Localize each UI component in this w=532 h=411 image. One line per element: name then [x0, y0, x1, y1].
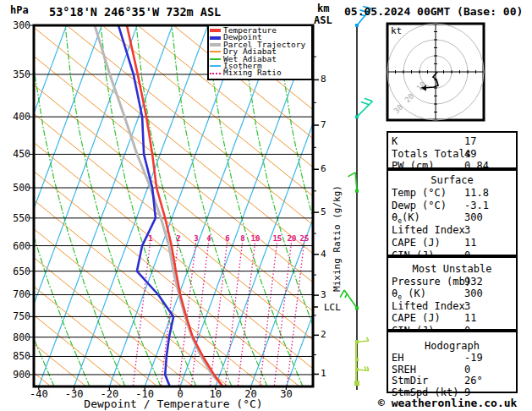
wind-barb	[340, 290, 359, 310]
temperature-tick-label: 30	[280, 388, 292, 400]
wet-adiabat-line	[65, 25, 161, 386]
mixing-ratio-value-label: 8	[240, 234, 244, 243]
table-row-value: -3.1	[464, 200, 489, 211]
wind-barb	[354, 381, 359, 386]
table-row-label: Dewp (°C)	[392, 200, 447, 211]
pressure-tick-label: 900	[5, 369, 30, 381]
table-row-label: Lifted Index	[392, 224, 465, 236]
legend-swatch-wet-adiabat	[210, 58, 221, 60]
km-tick-label: 6	[321, 163, 326, 174]
legend-swatch-mixing-ratio	[210, 73, 221, 74]
table-row-label: CAPE (J)	[392, 312, 441, 324]
table-box-surface: SurfaceTemp (°C)11.8Dewp (°C)-3.1θe(K)30…	[387, 169, 518, 256]
mixing-ratio-value-label: 6	[225, 234, 229, 243]
wind-barb	[355, 98, 372, 118]
km-tick-label: 8	[321, 74, 326, 85]
mixing-ratio-line	[225, 237, 243, 386]
table-row-value: 11	[464, 237, 476, 249]
pressure-tick-label: 350	[5, 68, 30, 80]
table-row-value: -19	[464, 352, 483, 364]
legend-swatch-dewpoint	[210, 36, 221, 40]
table-row-value: 0	[464, 364, 470, 375]
pressure-unit-label: hPa	[10, 4, 29, 16]
table-header: Hodograph	[388, 340, 516, 352]
table-row-value: 26°	[464, 375, 483, 386]
table-row-value: 11.8	[464, 187, 489, 199]
pressure-tick-label: 550	[5, 212, 30, 224]
page-title: 53°18'N 246°35'W 732m ASL	[49, 5, 221, 19]
table-row-value: 932	[464, 276, 483, 288]
table-row-value: 300	[464, 288, 483, 299]
legend-item: Mixing Ratio	[209, 69, 311, 76]
km-tick-label: 4	[321, 249, 326, 260]
table-row-label: StmDir	[392, 375, 428, 386]
table-row-label: Pressure (mb)	[392, 276, 471, 288]
table-row-label: Totals Totals	[392, 148, 471, 160]
km-tick-label: 5	[321, 206, 326, 217]
legend-box: TemperatureDewpointParcel TrajectoryDry …	[207, 25, 313, 80]
mixing-ratio-value-label: 10	[251, 234, 261, 243]
pressure-tick-label: 750	[5, 310, 30, 322]
km-tick-label: 2	[321, 329, 326, 340]
skewt-sounding-page: hPa 53°18'N 246°35'W 732m ASL km ASL 05.…	[0, 0, 532, 411]
table-row-label: CAPE (J)	[392, 237, 441, 249]
pressure-tick-label: 450	[5, 148, 30, 160]
table-row-value: 17	[464, 135, 476, 147]
pressure-tick-label: 650	[5, 266, 30, 277]
table-header: Most Unstable	[388, 263, 516, 275]
legend-swatch-temperature	[210, 29, 221, 32]
mixing-ratio-axis-label: Mixing Ratio (g/kg)	[332, 185, 343, 292]
pressure-tick-label: 700	[5, 288, 30, 300]
table-row-label: EH	[392, 352, 403, 364]
table-box-indices: K17Totals Totals49PW (cm)0.84	[387, 131, 518, 169]
table-box-hodograph: HodographEH-19SREH0StmDir26°StmSpd (kt)9	[387, 331, 518, 393]
altitude-unit-asl-label: ASL	[314, 14, 332, 26]
temperature-tick-label: -40	[30, 388, 48, 400]
isotherm-line	[74, 25, 208, 386]
table-header: Surface	[388, 174, 516, 186]
mixing-ratio-value-label: 2	[176, 234, 180, 243]
table-row-value: 49	[464, 148, 476, 160]
mixing-ratio-value-label: 25	[300, 234, 310, 243]
legend-swatch-isotherm	[210, 65, 221, 67]
mixing-ratio-line	[238, 237, 255, 386]
table-row-label: K	[392, 135, 398, 147]
mixing-ratio-value-label: 1	[148, 234, 152, 243]
isotherm-line	[39, 25, 173, 386]
table-row-value: 300	[464, 211, 483, 223]
pressure-tick-label: 600	[5, 240, 30, 252]
pressure-tick-label: 300	[5, 19, 30, 31]
table-row-label: Temp (°C)	[392, 187, 447, 199]
km-tick-label: 7	[321, 119, 326, 130]
mixing-ratio-value-label: 4	[206, 234, 211, 243]
km-tick-label: 3	[321, 289, 326, 300]
pressure-tick-label: 500	[5, 182, 30, 194]
table-box-most-unstable: Most UnstablePressure (mb)932θe (K)300Li…	[387, 256, 518, 331]
wind-barb	[355, 358, 359, 361]
legend-swatch-parcel-trajectory	[210, 43, 221, 47]
table-row-value: 3	[464, 224, 470, 236]
altitude-unit-km-label: km	[317, 3, 329, 14]
lcl-label: LCL	[324, 302, 341, 313]
mixing-ratio-value-label: 3	[194, 234, 198, 243]
mixing-ratio-value-label: 20	[288, 234, 297, 243]
table-row-value: 3	[464, 300, 470, 312]
wet-adiabat-line	[101, 25, 196, 386]
legend-label: Mixing Ratio	[223, 69, 282, 76]
table-row-label: Lifted Index	[392, 300, 465, 312]
pressure-tick-label: 850	[5, 350, 30, 362]
pressure-tick-label: 400	[5, 111, 30, 123]
pressure-tick-label: 800	[5, 332, 30, 343]
temp-axis-title: Dewpoint / Temperature (°C)	[80, 397, 266, 410]
km-tick-label: 1	[321, 368, 326, 379]
mixing-ratio-value-label: 15	[273, 234, 282, 243]
legend-swatch-dry-adiabat	[210, 51, 221, 52]
hodograph-unit-label: kt	[391, 25, 402, 36]
table-row-label: SREH	[392, 364, 416, 375]
mixing-ratio-line	[178, 237, 196, 386]
table-row-value: 11	[464, 312, 476, 324]
datetime-label: 05.05.2024 00GMT (Base: 00)	[344, 5, 523, 18]
copyright-label: © weatheronline.co.uk	[378, 397, 517, 409]
